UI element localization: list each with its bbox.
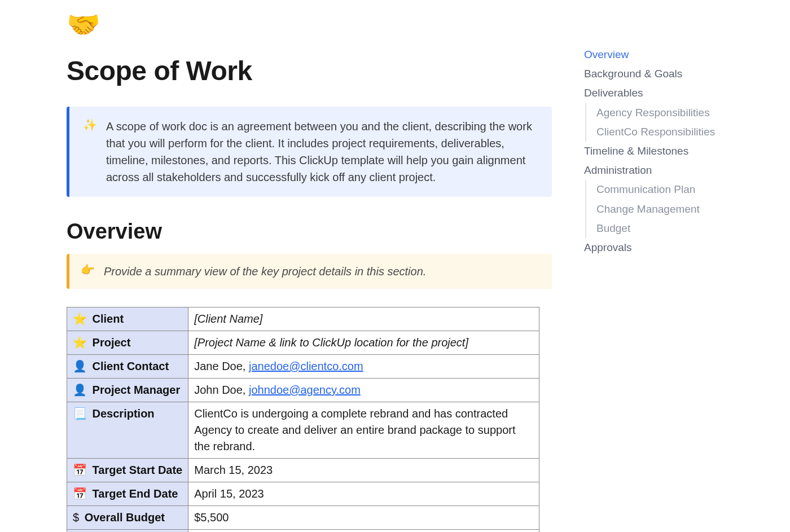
overview-table[interactable]: ⭐ Client[Client Name]⭐ Project[Project N…	[67, 307, 539, 532]
doc-title[interactable]: Scope of Work	[67, 55, 564, 86]
document-main: 🤝 Scope of Work ✨ A scope of work doc is…	[0, 0, 564, 532]
table-row-label: 📅 Target Start Date	[67, 459, 188, 482]
toc-item[interactable]: Overview	[584, 45, 742, 64]
table-row-label: ⭐ Client	[67, 307, 188, 331]
toc-subitem[interactable]: ClientCo Responsibilities	[585, 122, 742, 142]
toc-subitem[interactable]: Communication Plan	[585, 180, 742, 199]
sparkles-icon: ✨	[83, 118, 97, 186]
table-of-contents: OverviewBackground & GoalsDeliverablesAg…	[584, 45, 742, 257]
table-row-label: 👤 Client Contact	[67, 355, 188, 379]
row-icon: $	[73, 511, 79, 524]
table-row[interactable]: $ Overall Budget$5,500	[67, 506, 539, 530]
table-row-value[interactable]: $5,500	[188, 506, 539, 530]
table-row-label: 🔗 Key Resources	[67, 530, 188, 533]
table-row[interactable]: 📅 Target End DateApril 15, 2023	[67, 482, 539, 506]
table-row-value[interactable]: John Doe, johndoe@agency.com	[188, 379, 539, 402]
table-row-label: ⭐ Project	[67, 331, 188, 355]
table-row[interactable]: 🔗 Key Resources[Link to signed contract]	[67, 530, 539, 533]
row-icon: 👤	[73, 360, 87, 372]
toc-item[interactable]: Background & Goals	[584, 64, 742, 83]
row-icon: 📃	[73, 407, 87, 420]
table-row[interactable]: 📃 DescriptionClientCo is undergoing a co…	[67, 402, 539, 459]
intro-callout-text: A scope of work doc is an agreement betw…	[106, 118, 538, 186]
overview-heading[interactable]: Overview	[67, 219, 564, 244]
table-row[interactable]: 👤 Client ContactJane Doe, janedoe@client…	[67, 355, 539, 379]
table-row[interactable]: 📅 Target Start DateMarch 15, 2023	[67, 459, 539, 482]
table-row-value[interactable]: [Client Name]	[188, 307, 539, 331]
table-row-label: 👤 Project Manager	[67, 379, 188, 402]
toc-item[interactable]: Approvals	[584, 238, 742, 257]
pointing-hand-icon: 👉	[81, 263, 95, 280]
toc-subitem[interactable]: Change Management	[585, 200, 742, 219]
doc-emoji-icon[interactable]: 🤝	[67, 11, 564, 38]
row-icon: 👤	[73, 384, 87, 396]
toc-item[interactable]: Administration	[584, 161, 742, 180]
table-row-label: 📃 Description	[67, 402, 188, 459]
toc-item[interactable]: Deliverables	[584, 83, 742, 103]
table-row-value[interactable]: Jane Doe, janedoe@clientco.com	[188, 355, 539, 379]
row-icon: 📅	[73, 464, 87, 476]
row-icon: 📅	[73, 487, 87, 500]
table-row[interactable]: ⭐ Project[Project Name & link to ClickUp…	[67, 331, 539, 355]
row-icon: ⭐	[73, 336, 87, 349]
toc-subitem[interactable]: Budget	[585, 219, 742, 238]
table-row-label: $ Overall Budget	[67, 506, 188, 530]
table-row-value[interactable]: March 15, 2023	[188, 459, 539, 482]
overview-tip-text: Provide a summary view of the key projec…	[104, 263, 426, 280]
table-row[interactable]: ⭐ Client[Client Name]	[67, 307, 539, 331]
toc-item[interactable]: Timeline & Milestones	[584, 142, 742, 161]
table-row-label: 📅 Target End Date	[67, 482, 188, 506]
table-row-value[interactable]: ClientCo is undergoing a complete rebran…	[188, 402, 539, 459]
overview-tip-callout[interactable]: 👉 Provide a summary view of the key proj…	[67, 254, 552, 289]
table-row[interactable]: 👤 Project ManagerJohn Doe, johndoe@agenc…	[67, 379, 539, 402]
intro-callout[interactable]: ✨ A scope of work doc is an agreement be…	[67, 107, 552, 197]
table-row-value[interactable]: April 15, 2023	[188, 482, 539, 506]
toc-subitem[interactable]: Agency Responsibilities	[585, 103, 742, 122]
email-link[interactable]: johndoe@agency.com	[249, 384, 361, 396]
row-icon: ⭐	[73, 313, 87, 325]
table-row-value[interactable]: [Project Name & link to ClickUp location…	[188, 331, 539, 355]
table-row-value[interactable]: [Link to signed contract]	[188, 530, 539, 533]
email-link[interactable]: janedoe@clientco.com	[249, 360, 363, 372]
